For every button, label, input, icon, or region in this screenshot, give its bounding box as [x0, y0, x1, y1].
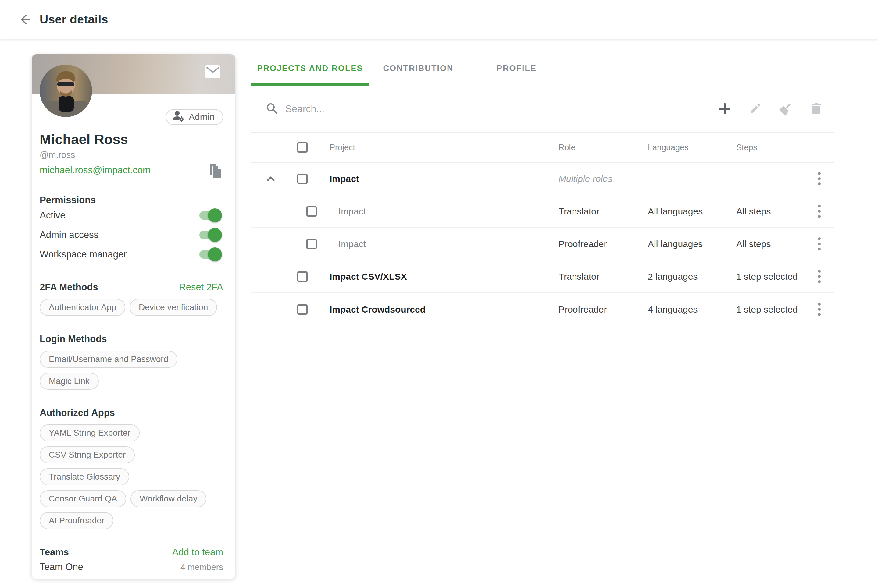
permission-label: Admin access [40, 230, 98, 240]
languages-cell: All languages [648, 239, 736, 249]
project-name: Impact [323, 174, 558, 184]
chevron-up-icon[interactable] [263, 171, 278, 186]
user-handle: @m.ross [40, 150, 223, 160]
languages-cell: 2 languages [648, 272, 736, 282]
user-card: Admin Michael Ross @m.ross michael.ross@… [32, 54, 235, 579]
manage-account-icon [172, 111, 185, 124]
twofa-heading: 2FA Methods [40, 282, 98, 293]
project-name: Impact Crowdsourced [323, 304, 558, 315]
copy-icon[interactable] [207, 162, 223, 179]
permission-row-active: Active [40, 206, 223, 225]
profile-banner [32, 54, 235, 94]
steps-cell: All steps [736, 239, 812, 249]
main-panel: PROJECTS AND ROLES CONTRIBUTION PROFILE [251, 52, 834, 326]
add-to-team-link[interactable]: Add to team [172, 547, 223, 558]
mail-icon[interactable] [206, 65, 220, 78]
toolbar [717, 102, 834, 116]
search-toolbar-row [251, 85, 834, 133]
steps-cell: 1 step selected [736, 272, 812, 282]
permission-row-workspace-manager: Workspace manager [40, 244, 223, 264]
login-method-chip: Magic Link [40, 373, 99, 390]
table-header: Project Role Languages Steps [251, 133, 834, 163]
select-all-checkbox[interactable] [297, 142, 308, 153]
column-header-steps: Steps [736, 143, 812, 152]
tab-contribution[interactable]: CONTRIBUTION [370, 52, 467, 85]
languages-cell: 4 languages [648, 304, 736, 315]
active-tab-indicator [251, 83, 370, 86]
tab-bar: PROJECTS AND ROLES CONTRIBUTION PROFILE [251, 52, 834, 85]
permission-row-admin-access: Admin access [40, 225, 223, 244]
back-arrow-icon[interactable] [18, 12, 32, 27]
row-checkbox[interactable] [297, 272, 308, 282]
authorized-app-chip: YAML String Exporter [40, 424, 140, 441]
languages-cell: All languages [648, 206, 736, 217]
user-details-page: User details [0, 0, 878, 588]
role-cell: Translator [558, 272, 648, 282]
row-checkbox[interactable] [307, 206, 317, 217]
permission-label: Active [40, 210, 65, 221]
teams-heading: Teams [40, 547, 69, 558]
row-checkbox[interactable] [307, 239, 317, 249]
tab-projects-and-roles[interactable]: PROJECTS AND ROLES [251, 52, 370, 85]
row-menu-kebab-icon[interactable] [812, 302, 827, 317]
column-header-languages: Languages [648, 143, 736, 152]
column-header-role: Role [558, 143, 648, 152]
login-methods-heading: Login Methods [40, 334, 107, 345]
row-menu-kebab-icon[interactable] [812, 269, 827, 284]
authorized-app-chip: CSV String Exporter [40, 446, 135, 464]
role-cell: Proofreader [558, 239, 648, 249]
workspace-manager-toggle[interactable] [199, 250, 220, 259]
table-row-impact-csv-xlsx[interactable]: Impact CSV/XLSX Translator 2 languages 1… [251, 261, 834, 293]
team-members-count: 4 members [180, 562, 223, 572]
authorized-app-chip: AI Proofreader [40, 512, 113, 529]
row-menu-kebab-icon[interactable] [812, 204, 827, 219]
authorized-apps-heading: Authorized Apps [40, 407, 115, 418]
tab-profile[interactable]: PROFILE [467, 52, 566, 85]
authorized-app-chip: Translate Glossary [40, 468, 129, 485]
clean-broom-icon[interactable] [778, 102, 793, 116]
twofa-chip: Authenticator App [40, 299, 125, 316]
admin-badge-label: Admin [189, 112, 215, 122]
permission-label: Workspace manager [40, 249, 126, 260]
table-row-impact-proofreader[interactable]: Impact Proofreader All languages All ste… [251, 228, 834, 261]
active-toggle[interactable] [199, 211, 220, 220]
steps-cell: All steps [736, 206, 812, 217]
table-row-group-impact[interactable]: Impact Multiple roles [251, 163, 834, 195]
column-header-project: Project [323, 143, 558, 152]
search-icon [265, 102, 278, 116]
search-input[interactable] [285, 103, 560, 114]
row-menu-kebab-icon[interactable] [812, 237, 827, 251]
role-cell: Proofreader [558, 304, 648, 315]
add-icon[interactable] [717, 102, 732, 116]
team-name: Team One [40, 561, 83, 573]
app-bar: User details [0, 0, 878, 39]
user-name: Michael Ross [40, 132, 223, 147]
role-cell: Translator [558, 206, 648, 217]
user-email[interactable]: michael.ross@impact.com [40, 165, 150, 176]
authorized-app-chip: Workflow delay [131, 490, 206, 507]
search-box[interactable] [251, 102, 717, 116]
team-row[interactable]: Team One 4 members [40, 561, 223, 573]
admin-access-toggle[interactable] [199, 231, 220, 239]
project-name: Impact [323, 239, 558, 249]
login-method-chip: Email/Username and Password [40, 351, 177, 368]
project-name: Impact CSV/XLSX [323, 272, 558, 282]
delete-trash-icon[interactable] [809, 102, 824, 116]
table-row-impact-crowdsourced[interactable]: Impact Crowdsourced Proofreader 4 langua… [251, 293, 834, 326]
permissions-heading: Permissions [40, 195, 223, 206]
table-row-impact-translator[interactable]: Impact Translator All languages All step… [251, 195, 834, 228]
project-name: Impact [323, 206, 558, 217]
page-title: User details [40, 13, 108, 26]
authorized-app-chip: Censor Guard QA [40, 490, 126, 507]
row-checkbox[interactable] [297, 174, 308, 184]
avatar[interactable] [40, 64, 92, 117]
steps-cell: 1 step selected [736, 304, 812, 315]
row-checkbox[interactable] [297, 304, 308, 315]
role-cell: Multiple roles [558, 174, 648, 184]
admin-role-badge: Admin [165, 109, 223, 125]
row-menu-kebab-icon[interactable] [812, 171, 827, 186]
reset-2fa-link[interactable]: Reset 2FA [179, 282, 223, 293]
edit-icon[interactable] [748, 102, 762, 116]
twofa-chip: Device verification [129, 299, 217, 316]
